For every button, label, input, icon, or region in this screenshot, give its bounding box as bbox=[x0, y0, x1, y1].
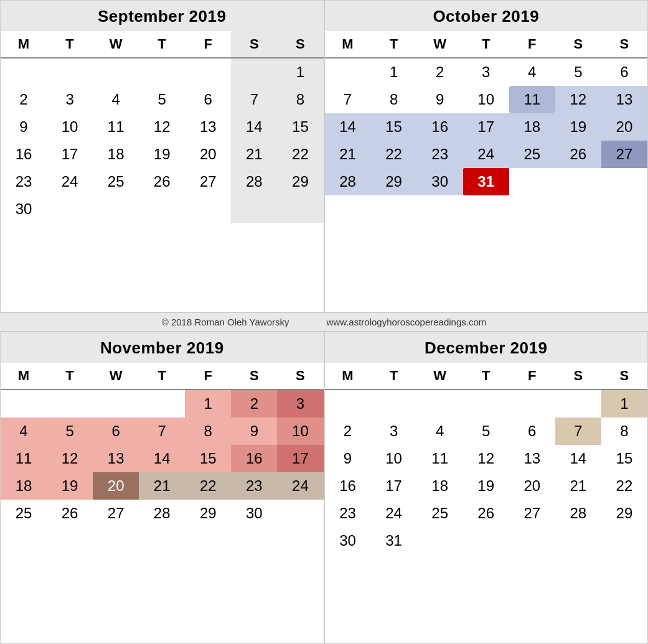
nov-cell-hl: 6 bbox=[93, 418, 139, 445]
oct-header-w: W bbox=[417, 31, 463, 58]
table-row: 2 3 4 5 6 7 8 bbox=[1, 86, 324, 113]
table-row: 21 22 23 24 25 26 27 bbox=[325, 141, 648, 168]
sep-cell: 8 bbox=[277, 86, 323, 113]
footer-bar: © 2018 Roman Oleh Yaworsky www.astrology… bbox=[0, 312, 648, 332]
sep-cell: 21 bbox=[231, 141, 277, 168]
nov-cell: 28 bbox=[139, 500, 185, 527]
sep-cell: 9 bbox=[1, 113, 47, 141]
oct-header-m: M bbox=[325, 31, 371, 58]
nov-header-s1: S bbox=[231, 363, 277, 390]
nov-header-t1: T bbox=[47, 363, 93, 390]
footer-copyright: © 2018 Roman Oleh Yaworsky bbox=[162, 317, 289, 327]
dec-cell: 27 bbox=[509, 500, 555, 527]
oct-cell: 9 bbox=[417, 86, 463, 113]
sep-cell: 28 bbox=[231, 168, 277, 195]
table-row: 25 26 27 28 29 30 bbox=[1, 500, 324, 527]
dec-cell: 21 bbox=[555, 472, 601, 500]
sep-cell: 16 bbox=[1, 141, 47, 168]
table-row: 23 24 25 26 27 28 29 bbox=[1, 168, 324, 195]
dec-cell: 13 bbox=[509, 445, 555, 472]
dec-cell: 4 bbox=[417, 418, 463, 445]
dec-cell bbox=[509, 527, 555, 554]
nov-cell-brown: 20 bbox=[93, 472, 139, 500]
table-row: 14 15 16 17 18 19 20 bbox=[325, 113, 648, 141]
dec-cell: 24 bbox=[371, 500, 417, 527]
oct-cell: 10 bbox=[463, 86, 509, 113]
dec-cell-beige: 7 bbox=[555, 418, 601, 445]
october-calendar: October 2019 M T W T F S S 1 2 3 bbox=[324, 0, 649, 312]
oct-header-s2: S bbox=[601, 31, 647, 58]
sep-cell: 14 bbox=[231, 113, 277, 141]
table-row: 7 8 9 10 11 12 13 bbox=[325, 86, 648, 113]
nov-cell-hl: 13 bbox=[93, 445, 139, 472]
sep-cell bbox=[1, 58, 47, 86]
sep-header-f: F bbox=[185, 31, 231, 58]
oct-cell: 6 bbox=[601, 58, 647, 86]
table-row: 2 3 4 5 6 7 8 bbox=[325, 418, 648, 445]
oct-cell: 3 bbox=[463, 58, 509, 86]
oct-cell bbox=[601, 168, 647, 195]
table-row: 23 24 25 26 27 28 29 bbox=[325, 500, 648, 527]
nov-header-f: F bbox=[185, 363, 231, 390]
table-row: 9 10 11 12 13 14 15 bbox=[325, 445, 648, 472]
oct-header-s1: S bbox=[555, 31, 601, 58]
sep-cell: 3 bbox=[47, 86, 93, 113]
dec-cell bbox=[417, 527, 463, 554]
oct-cell-highlight: 11 bbox=[509, 86, 555, 113]
sep-cell: 10 bbox=[47, 113, 93, 141]
december-title: December 2019 bbox=[325, 332, 648, 363]
nov-cell bbox=[277, 500, 323, 527]
oct-cell: 2 bbox=[417, 58, 463, 86]
table-row: 30 31 bbox=[325, 527, 648, 554]
table-row: 4 5 6 7 8 9 10 bbox=[1, 418, 324, 445]
dec-cell: 3 bbox=[371, 418, 417, 445]
oct-cell-highlight: 29 bbox=[371, 168, 417, 195]
nov-cell bbox=[47, 390, 93, 418]
sep-cell: 1 bbox=[277, 58, 323, 86]
table-row: 18 19 20 21 22 23 24 bbox=[1, 472, 324, 500]
nov-cell-beige: 23 bbox=[231, 472, 277, 500]
sep-cell: 4 bbox=[93, 86, 139, 113]
dec-cell: 10 bbox=[371, 445, 417, 472]
nov-cell bbox=[139, 390, 185, 418]
oct-cell-highlight-dark: 27 bbox=[601, 141, 647, 168]
oct-cell-highlight: 24 bbox=[463, 141, 509, 168]
sep-cell: 15 bbox=[277, 113, 323, 141]
nov-cell-hl: 5 bbox=[47, 418, 93, 445]
dec-cell: 18 bbox=[417, 472, 463, 500]
october-title: October 2019 bbox=[325, 1, 648, 31]
sep-cell bbox=[231, 58, 277, 86]
nov-cell: 25 bbox=[1, 500, 47, 527]
nov-cell-hl: 12 bbox=[47, 445, 93, 472]
dec-header-f: F bbox=[509, 363, 555, 390]
oct-cell: 7 bbox=[325, 86, 371, 113]
oct-cell-highlight: 16 bbox=[417, 113, 463, 141]
sep-cell: 24 bbox=[47, 168, 93, 195]
oct-cell: 8 bbox=[371, 86, 417, 113]
dec-cell: 20 bbox=[509, 472, 555, 500]
sep-cell bbox=[277, 195, 323, 223]
oct-cell-highlight: 15 bbox=[371, 113, 417, 141]
dec-cell: 30 bbox=[325, 527, 371, 554]
dec-header-m: M bbox=[325, 363, 371, 390]
oct-cell-highlight: 26 bbox=[555, 141, 601, 168]
sep-header-s2: S bbox=[277, 31, 323, 58]
nov-cell-hl: 2 bbox=[231, 390, 277, 418]
oct-cell bbox=[555, 168, 601, 195]
oct-cell-highlight: 23 bbox=[417, 141, 463, 168]
dec-cell bbox=[463, 527, 509, 554]
dec-cell: 26 bbox=[463, 500, 509, 527]
table-row: 1 bbox=[1, 58, 324, 86]
sep-header-t1: T bbox=[47, 31, 93, 58]
nov-cell-hl: 9 bbox=[231, 418, 277, 445]
oct-header-f: F bbox=[509, 31, 555, 58]
oct-cell-highlight: 18 bbox=[509, 113, 555, 141]
sep-header-m: M bbox=[1, 31, 47, 58]
oct-today: 31 bbox=[463, 168, 509, 195]
dec-cell: 6 bbox=[509, 418, 555, 445]
dec-cell bbox=[463, 390, 509, 418]
oct-cell: 1 bbox=[371, 58, 417, 86]
december-calendar: December 2019 M T W T F S S bbox=[324, 332, 649, 644]
sep-cell: 13 bbox=[185, 113, 231, 141]
november-table: M T W T F S S 1 2 3 bbox=[1, 363, 324, 527]
